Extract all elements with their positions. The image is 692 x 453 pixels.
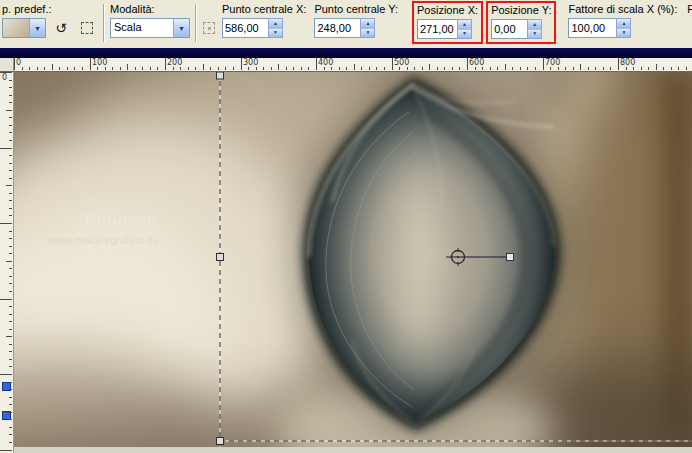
transform-handle-middle-left[interactable] <box>217 254 224 261</box>
ruler-tick-label: 700 <box>545 58 560 67</box>
image-window-top-bar <box>0 48 692 58</box>
spin-up-button[interactable]: ▲ <box>361 19 374 29</box>
ruler-tick <box>399 67 400 70</box>
ruler-tick <box>9 419 12 420</box>
modalita-group: Modalità: Scala ▼ <box>110 3 190 38</box>
spin-down-button[interactable]: ▼ <box>458 30 471 39</box>
preset-dropdown-arrow-icon[interactable]: ▼ <box>29 19 45 37</box>
spin-up-button[interactable]: ▲ <box>617 19 630 29</box>
ruler-tick <box>241 58 242 70</box>
spin-down-button[interactable]: ▼ <box>269 29 282 38</box>
ruler-tick <box>173 67 174 70</box>
ruler-tick <box>520 67 521 70</box>
ruler-tick <box>6 261 12 262</box>
ruler-tick <box>686 67 687 70</box>
transform-handle-top-left[interactable] <box>217 72 224 79</box>
modalita-dropdown[interactable]: Scala ▼ <box>110 18 190 38</box>
posizione-y-input[interactable] <box>491 19 527 39</box>
ruler-tick <box>9 215 12 216</box>
ruler-tick <box>9 291 12 292</box>
spin-down-button[interactable]: ▼ <box>528 30 541 39</box>
ruler-tick <box>9 344 12 345</box>
abstract-background <box>14 72 692 453</box>
ruler-tick <box>9 102 12 103</box>
toolbar-separator <box>103 4 105 42</box>
ruler-tick <box>558 67 559 70</box>
canvas-image[interactable]: Pinuccia www.maidiregrafica.eu <box>14 72 692 453</box>
ruler-tick <box>6 412 12 413</box>
ruler-tick <box>452 67 453 70</box>
ruler-tick <box>218 67 219 70</box>
reset-to-default-button[interactable]: ↺ <box>50 18 72 38</box>
ruler-tick <box>9 253 12 254</box>
ruler-tick-label: 0 <box>16 58 21 67</box>
ruler-tick <box>0 374 12 375</box>
ruler-vertical[interactable]: 0 <box>0 72 14 453</box>
ruler-tick-label: 100 <box>92 58 107 67</box>
ruler-tick <box>527 67 528 70</box>
ruler-corner <box>0 58 14 72</box>
center-point-button[interactable] <box>202 18 216 38</box>
ruler-tick <box>271 67 272 70</box>
ruler-tick <box>543 58 544 70</box>
fattore-scala-x-input[interactable] <box>568 18 616 38</box>
canvas[interactable]: Pinuccia www.maidiregrafica.eu <box>14 72 692 453</box>
spin-up-button[interactable]: ▲ <box>458 20 471 30</box>
preset-group: p. predef.: ▼ ↺ <box>2 3 98 38</box>
ruler-tick <box>588 67 589 70</box>
ruler-tick <box>135 67 136 70</box>
punto-centrale-y-spinner: ▲ ▼ <box>360 18 375 38</box>
ruler-tick <box>9 329 12 330</box>
ruler-tick <box>44 67 45 70</box>
ruler-tick-label: 500 <box>394 58 409 67</box>
punto-centrale-x-input[interactable] <box>222 18 268 38</box>
spin-up-button[interactable]: ▲ <box>269 19 282 29</box>
ruler-tick <box>671 67 672 70</box>
ruler-horizontal[interactable]: 0100200300400500600700800 <box>14 58 692 72</box>
spin-down-button[interactable]: ▼ <box>361 29 374 38</box>
modalita-dropdown-arrow-icon[interactable]: ▼ <box>173 19 189 37</box>
punto-centrale-y-input[interactable] <box>314 18 360 38</box>
ruler-tick <box>82 67 83 70</box>
modalita-value: Scala <box>111 19 173 37</box>
modalita-label: Modalità: <box>110 3 190 16</box>
ruler-tick <box>308 67 309 70</box>
spin-up-button[interactable]: ▲ <box>528 20 541 30</box>
ruler-tick <box>9 314 12 315</box>
ruler-tick <box>437 67 438 70</box>
ruler-tick <box>573 67 574 70</box>
ruler-tick <box>248 67 249 70</box>
ruler-tick <box>9 155 12 156</box>
posizione-y-highlight: Posizione Y: ▲ ▼ <box>486 1 556 44</box>
rotation-handle[interactable] <box>507 254 514 261</box>
ruler-tick <box>9 125 12 126</box>
punto-centrale-x-spinner: ▲ ▼ <box>268 18 283 38</box>
transform-handle-bottom-left[interactable] <box>217 438 224 445</box>
ruler-tick <box>180 67 181 70</box>
punto-centrale-y-group: Punto centrale Y: ▲ ▼ <box>314 3 398 38</box>
ruler-tick <box>9 397 12 398</box>
ruler-tick <box>475 67 476 70</box>
spin-down-button[interactable]: ▼ <box>617 29 630 38</box>
ruler-tick <box>9 95 12 96</box>
fattore-scala-x-label: Fattore di scala X (%): <box>568 3 677 16</box>
ruler-tick <box>165 58 166 70</box>
watermark-url: www.maidiregrafica.eu <box>47 234 159 246</box>
ruler-tick <box>482 67 483 70</box>
ruler-tick <box>331 67 332 70</box>
preset-dropdown[interactable]: ▼ <box>2 18 46 38</box>
ruler-tick <box>603 67 604 70</box>
watermark-title: Pinuccia <box>85 211 157 230</box>
ruler-tick <box>633 67 634 70</box>
ruler-tick <box>105 67 106 70</box>
ruler-tick <box>29 67 30 70</box>
ruler-tick <box>59 67 60 70</box>
posizione-x-input[interactable] <box>417 19 457 39</box>
posizione-x-spinner: ▲ ▼ <box>457 19 472 39</box>
ruler-tick <box>9 238 12 239</box>
ruler-tick <box>9 434 12 435</box>
ruler-tick <box>497 67 498 70</box>
selection-style-button[interactable] <box>76 18 98 38</box>
punto-centrale-y-label: Punto centrale Y: <box>314 3 398 16</box>
ruler-tick <box>610 67 611 70</box>
